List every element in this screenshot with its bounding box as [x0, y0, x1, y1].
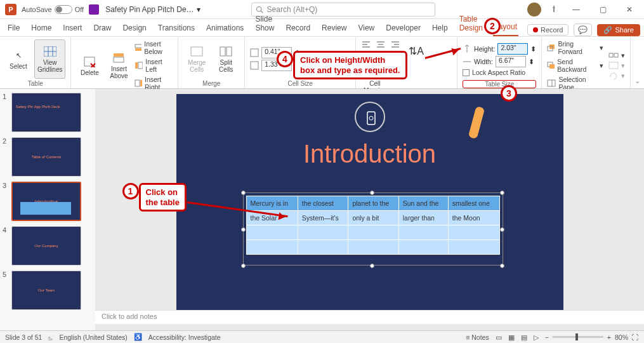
lock-aspect-checkbox[interactable]: Lock Aspect Ratio: [463, 69, 536, 76]
user-avatar[interactable]: [527, 3, 541, 17]
save-icon[interactable]: [89, 4, 99, 15]
chevron-down-icon[interactable]: ▾: [621, 62, 625, 69]
notes-pane[interactable]: Click to add notes: [95, 310, 644, 324]
tab-slideshow[interactable]: Slide Show: [254, 12, 275, 36]
resize-handle[interactable]: [241, 227, 246, 232]
powerpoint-logo: P: [5, 4, 16, 15]
align-button[interactable]: ▾: [608, 51, 625, 60]
resize-handle[interactable]: [370, 191, 374, 195]
tab-draw[interactable]: Draw: [92, 21, 112, 36]
normal-view-icon[interactable]: ▭: [496, 333, 502, 341]
rotate-button[interactable]: ▾: [608, 71, 625, 80]
tab-help[interactable]: Help: [431, 21, 449, 36]
annotation-circle-1: 1: [122, 183, 139, 199]
accessibility-status[interactable]: Accessibility: Investigate: [148, 333, 221, 341]
align-right-button[interactable]: [389, 39, 402, 51]
record-button[interactable]: Record: [527, 24, 568, 36]
svg-rect-11: [135, 44, 141, 48]
share-icon: 🔗: [603, 26, 612, 34]
zoom-slider[interactable]: [553, 336, 603, 338]
chevron-down-icon[interactable]: ▾: [600, 62, 603, 69]
send-backward-button[interactable]: Send Backward ▾: [547, 57, 603, 74]
accessibility-icon[interactable]: ♿: [134, 333, 142, 341]
insert-left-button[interactable]: Insert Left: [135, 57, 173, 74]
spinner-icon[interactable]: ⬍: [529, 58, 534, 65]
slide[interactable]: Introduction Mercury is inthe closestpla…: [176, 94, 563, 310]
bring-forward-button[interactable]: Bring Forward ▾: [547, 39, 603, 56]
annotation-text-4: Click on Height/Width box and type as re…: [293, 51, 407, 79]
tab-animations[interactable]: Animations: [205, 21, 245, 36]
tab-table-design[interactable]: Table Design: [458, 12, 484, 36]
resize-handle[interactable]: [370, 264, 374, 268]
reading-view-icon[interactable]: ▤: [521, 333, 527, 341]
slideshow-view-icon[interactable]: ▷: [534, 333, 539, 341]
tab-transitions[interactable]: Transitions: [157, 21, 196, 36]
filename-dropdown-icon[interactable]: ▾: [197, 5, 200, 14]
thumbnail-5[interactable]: 5Our Team: [3, 271, 93, 310]
search-input[interactable]: Search (Alt+Q): [251, 3, 435, 17]
collapse-ribbon-icon[interactable]: ⌄: [634, 77, 640, 84]
fit-to-window-icon[interactable]: ⛶: [632, 333, 639, 341]
spinner-icon[interactable]: ⬍: [530, 45, 536, 53]
svg-rect-55: [367, 112, 375, 124]
zoom-out-icon[interactable]: −: [545, 333, 549, 341]
group-button[interactable]: ▾: [608, 61, 625, 70]
svg-rect-10: [114, 53, 124, 57]
tab-review[interactable]: Review: [320, 21, 348, 36]
svg-rect-16: [140, 80, 142, 86]
maximize-button[interactable]: ▢: [593, 1, 612, 18]
thumbnail-1[interactable]: 1Safety Pin App Pitch Deck: [3, 93, 93, 132]
annotation-2: 2: [484, 18, 501, 34]
chevron-down-icon[interactable]: ▾: [600, 44, 603, 51]
tab-insert[interactable]: Insert: [62, 21, 83, 36]
svg-rect-6: [84, 57, 95, 66]
zoom-in-icon[interactable]: +: [607, 333, 611, 341]
document-filename[interactable]: Safety Pin App Pitch De…: [105, 5, 194, 14]
tab-design[interactable]: Design: [121, 21, 147, 36]
autosave-toggle[interactable]: AutoSave Off: [22, 5, 84, 14]
resize-handle[interactable]: [500, 227, 504, 232]
table-width-input[interactable]: Width:6.67"⬍: [463, 56, 536, 67]
insert-above-button[interactable]: Insert Above: [105, 39, 132, 91]
select-button[interactable]: ↖Select: [5, 39, 32, 79]
minimize-button[interactable]: —: [567, 1, 586, 18]
zoom-level[interactable]: 80%: [615, 333, 628, 341]
delete-button[interactable]: Delete: [76, 39, 103, 91]
split-cells-button[interactable]: Split Cells: [213, 39, 239, 79]
spell-check-icon[interactable]: ⎁: [48, 333, 53, 341]
share-button[interactable]: 🔗Share: [597, 24, 640, 36]
align-left-button[interactable]: [361, 39, 374, 51]
thumbnail-3[interactable]: 3Introduction: [3, 182, 93, 221]
chevron-down-icon[interactable]: ▾: [621, 51, 625, 59]
selection-pane-icon: [547, 79, 556, 87]
chevron-down-icon[interactable]: ▾: [621, 72, 625, 79]
align-center-button[interactable]: [375, 39, 388, 51]
tab-file[interactable]: File: [6, 21, 21, 36]
tab-home[interactable]: Home: [30, 21, 53, 36]
insert-below-button[interactable]: Insert Below: [135, 39, 173, 56]
resize-handle[interactable]: [500, 264, 504, 268]
notes-button[interactable]: ≡ Notes: [466, 333, 489, 341]
svg-rect-49: [549, 64, 555, 69]
slide-table[interactable]: Mercury is inthe closestplanet to theSun…: [246, 196, 500, 255]
resize-handle[interactable]: [241, 264, 246, 268]
tab-record[interactable]: Record: [284, 21, 312, 36]
table-height-input[interactable]: Height:2.03"⬍: [463, 43, 536, 55]
close-button[interactable]: ✕: [620, 1, 639, 18]
slide-counter[interactable]: Slide 3 of 51: [5, 333, 42, 341]
align-icon: [608, 51, 619, 59]
resize-handle[interactable]: [241, 191, 246, 195]
resize-handle[interactable]: [500, 191, 504, 195]
tab-developer[interactable]: Developer: [384, 21, 422, 36]
tab-view[interactable]: View: [357, 21, 376, 36]
sorter-view-icon[interactable]: ▦: [508, 333, 515, 341]
merge-cells-button[interactable]: Merge Cells: [183, 39, 210, 79]
comments-button[interactable]: 💬: [574, 24, 592, 36]
view-gridlines-button[interactable]: View Gridlines: [34, 39, 65, 79]
mic-icon[interactable]: [549, 4, 559, 15]
thumbnail-4[interactable]: 4Our Company: [3, 226, 93, 266]
toggle-switch-icon[interactable]: [55, 5, 72, 14]
thumbnail-2[interactable]: 2Table of Contents: [3, 137, 93, 177]
zoom-control[interactable]: − + 80% ⛶: [545, 333, 639, 341]
language-indicator[interactable]: English (United States): [59, 333, 127, 341]
